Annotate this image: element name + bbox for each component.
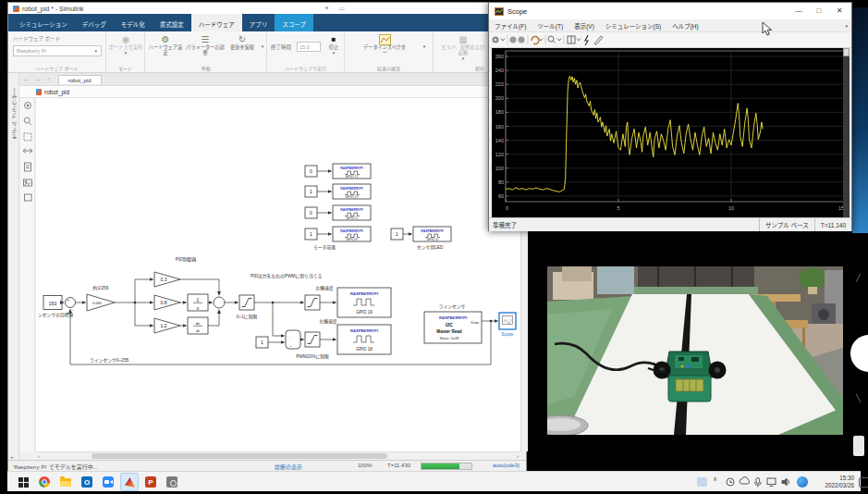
scope-block[interactable]: Scope: [499, 313, 516, 337]
tray-app-icon[interactable]: [697, 477, 707, 487]
scope-plot-area[interactable]: 6080100120140160180200220240260051015: [492, 48, 849, 217]
area-box-icon[interactable]: [25, 194, 32, 201]
assign-note: PID出力を左右のPWMに割り当てる: [251, 273, 322, 279]
tray-blue-app-icon[interactable]: [797, 476, 808, 488]
scroll-thumb[interactable]: [92, 453, 387, 459]
hardware-settings-button[interactable]: ⚙ ハードウェア設定: [147, 34, 184, 56]
hold-update-button[interactable]: ↻ 更新を保留: [226, 34, 258, 51]
taskbar-clock[interactable]: 15:30 2022/03/26: [810, 475, 854, 489]
tab-format[interactable]: 書式設定: [153, 14, 191, 31]
scope-titlebar[interactable]: Scope — □ ✕: [489, 3, 851, 19]
model-canvas[interactable]: 0 RASPBERRYPI GPIO 17 1 RASPBERRYPI GPIO…: [36, 98, 520, 451]
resize-arrows-icon[interactable]: [23, 149, 32, 154]
simulink-titlebar[interactable]: robot_pid * - Simulink ▾ ▭: [8, 3, 526, 14]
zoom-button[interactable]: [548, 36, 561, 43]
saturation-block-right[interactable]: PWM20%に制限: [296, 332, 329, 360]
tab-modeling[interactable]: モデル化: [114, 14, 153, 31]
zoom-icon[interactable]: [24, 117, 30, 123]
menu-overflow-icon[interactable]: ▾: [845, 23, 848, 29]
camera-shutter-button[interactable]: [850, 335, 868, 372]
gpio-led-block[interactable]: 1 RASPBERRYPI GPIO 4 センサ用LED: [391, 227, 451, 251]
gpio-left-wheel-block[interactable]: RASPBERRYPI GPIO 19: [337, 288, 391, 317]
sum-block-pid[interactable]: [214, 297, 225, 308]
menu-view[interactable]: 表示(V): [574, 21, 594, 31]
gain-block-main[interactable]: 0.004 約1/256: [87, 285, 115, 311]
close-icon[interactable]: ✕: [829, 3, 850, 19]
layout-button[interactable]: [568, 36, 581, 43]
data-inspector-button[interactable]: データインスペクター: [363, 34, 406, 56]
menu-tools[interactable]: ツール(T): [537, 21, 563, 31]
tune-parameters-button[interactable]: ☰ パラメーターの調整: [186, 34, 225, 56]
model-document-tab[interactable]: robot_pid: [58, 75, 102, 84]
tray-mic-icon[interactable]: [756, 478, 760, 484]
gpio-motor-group[interactable]: 0 RASPBERRYPI GPIO 17 1 RASPBERRYPI GPIO…: [305, 164, 371, 251]
start-button[interactable]: [17, 475, 30, 488]
scroll-left-icon[interactable]: ‹: [38, 452, 40, 460]
scroll-right-icon[interactable]: ›: [517, 452, 519, 460]
tab-debug[interactable]: デバッグ: [75, 14, 114, 31]
saturation-block-main[interactable]: 0~1に制限: [237, 295, 258, 320]
saturation-block-left[interactable]: [305, 295, 320, 310]
menu-help[interactable]: ヘルプ(H): [672, 21, 699, 31]
prepare-dropdown-button[interactable]: ▼: [259, 44, 266, 49]
taskbar-explorer[interactable]: [59, 475, 72, 488]
gpio-right-wheel-block[interactable]: RASPBERRYPI GPIO 18: [337, 325, 391, 354]
tray-chevron-icon[interactable]: ∧: [713, 475, 717, 483]
tab-simulation[interactable]: シミュレーション: [12, 14, 75, 31]
status-diagnostics-link[interactable]: 診断の表示: [275, 463, 302, 471]
hardware-board-select[interactable]: Raspberry Pi ▼: [13, 45, 102, 56]
camera-side-button[interactable]: [853, 436, 864, 456]
constant-block-one[interactable]: 1: [256, 337, 268, 348]
gain-block-p[interactable]: 0.3: [154, 272, 180, 287]
tab-apps[interactable]: アプリ: [242, 14, 275, 31]
taskbar-outlook[interactable]: O: [80, 475, 93, 488]
ribbon-group-review: データインスペクター ▼ 結果の確認: [345, 31, 434, 72]
i2c-master-read-block[interactable]: RASPBERRYPI I2C Master Read Slave: 0x48 …: [424, 312, 482, 343]
nav-forward-icon[interactable]: →: [35, 76, 42, 82]
gain-block-i[interactable]: 0.8: [154, 295, 180, 310]
derivative-block[interactable]: du dt: [188, 317, 208, 334]
integrator-block[interactable]: 1 s: [188, 294, 208, 311]
model-browser-strip[interactable]: モデル ブラウザー »: [8, 73, 19, 460]
taskbar-chrome[interactable]: [38, 475, 51, 488]
stop-time-input[interactable]: [297, 42, 321, 52]
undo-icon[interactable]: [532, 37, 543, 44]
taskbar-camera-app[interactable]: [165, 475, 178, 488]
scope-plot-scrollbar[interactable]: [843, 48, 850, 217]
taskbar-powerpoint[interactable]: P: [144, 475, 157, 488]
run-buttons[interactable]: [510, 37, 525, 43]
nav-up-icon[interactable]: ↑: [47, 76, 51, 82]
breadcrumb[interactable]: robot_pid: [8, 86, 526, 98]
tray-display-icon[interactable]: [767, 478, 776, 485]
windows-logo-icon: [18, 477, 29, 488]
minimize-icon[interactable]: —: [789, 3, 809, 19]
taskbar-matlab-active[interactable]: [120, 473, 139, 491]
trigger-icon[interactable]: [585, 35, 588, 45]
notification-center-icon[interactable]: [859, 477, 868, 488]
signal-edit-icon[interactable]: [594, 36, 603, 45]
scope-plot-scroll-thumb[interactable]: [843, 48, 850, 56]
run-on-board-button[interactable]: ◉ ボード上で実行 ▼: [108, 34, 143, 56]
svg-text:0.3: 0.3: [161, 277, 167, 282]
annotation-icon[interactable]: [25, 163, 31, 171]
tray-speaker-icon[interactable]: [782, 478, 787, 486]
menu-file[interactable]: ファイル(F): [495, 21, 526, 31]
gain-block-d[interactable]: 1.2: [154, 318, 180, 333]
tab-scope[interactable]: スコープ: [275, 14, 313, 31]
quick-access-icon[interactable]: ▭: [337, 5, 346, 12]
canvas-horizontal-scrollbar[interactable]: ‹ ›: [36, 451, 520, 460]
nav-back-icon[interactable]: ←: [23, 76, 30, 82]
fit-to-view-icon[interactable]: [24, 133, 31, 141]
taskbar-zoom[interactable]: [102, 475, 115, 488]
tab-hardware[interactable]: ハードウェア: [191, 14, 242, 31]
print-button[interactable]: [493, 37, 506, 43]
tray-onedrive-icon[interactable]: [740, 477, 750, 484]
stop-button[interactable]: ■ 停止 ▼: [324, 34, 343, 56]
build-deploy-button[interactable]: ▦ ビルド、配布および起動 ▼: [441, 34, 485, 61]
ribbon-group-prepare: ⚙ ハードウェア設定 ☰ パラメーターの調整 ↻ 更新を保留 ▼ 準備: [145, 31, 267, 72]
menu-simulation[interactable]: シミュレーション(S): [605, 21, 661, 31]
quick-access-icon[interactable]: ▾: [323, 5, 331, 12]
review-dropdown-button[interactable]: ▼: [421, 44, 428, 49]
maximize-icon[interactable]: □: [809, 3, 829, 19]
sum-block-right[interactable]: - +: [286, 330, 300, 349]
